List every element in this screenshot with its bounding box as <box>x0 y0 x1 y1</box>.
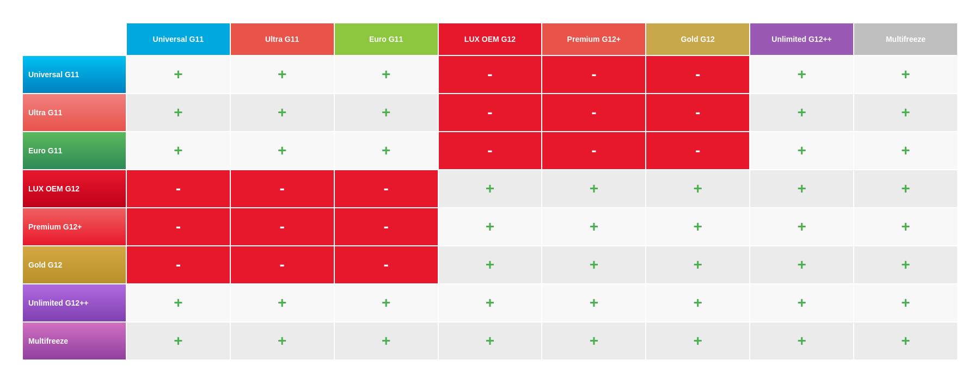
cell-r6-c2: + <box>334 284 438 322</box>
cell-r6-c4: + <box>542 284 646 322</box>
cell-r5-c3: + <box>438 246 542 284</box>
cell-r7-c1: + <box>230 322 334 360</box>
page-wrapper: Universal G11Ultra G11Euro G11LUX OEM G1… <box>0 1 980 371</box>
cell-r2-c3: - <box>438 132 542 170</box>
cell-r6-c5: + <box>646 284 750 322</box>
cell-r3-c5: + <box>646 170 750 208</box>
table-row: Universal G11+++---++ <box>22 55 958 94</box>
cell-r2-c1: + <box>230 132 334 170</box>
col-header-ultra_g11: Ultra G11 <box>230 23 334 55</box>
row-header-row-premium-g12plus: Premium G12+ <box>22 208 126 246</box>
cell-r1-c0: + <box>126 94 230 132</box>
cell-r1-c6: + <box>750 94 854 132</box>
corner-cell <box>22 23 126 55</box>
cell-r1-c3: - <box>438 94 542 132</box>
cell-r5-c5: + <box>646 246 750 284</box>
cell-r3-c3: + <box>438 170 542 208</box>
col-header-lux_oem_g12: LUX OEM G12 <box>438 23 542 55</box>
cell-r0-c7: + <box>854 55 958 94</box>
cell-r6-c7: + <box>854 284 958 322</box>
cell-r5-c6: + <box>750 246 854 284</box>
cell-r5-c1: - <box>230 246 334 284</box>
cell-r7-c6: + <box>750 322 854 360</box>
cell-r6-c1: + <box>230 284 334 322</box>
cell-r5-c4: + <box>542 246 646 284</box>
cell-r7-c2: + <box>334 322 438 360</box>
col-header-premium_g12plus: Premium G12+ <box>542 23 646 55</box>
cell-r0-c1: + <box>230 55 334 94</box>
cell-r3-c6: + <box>750 170 854 208</box>
row-header-row-gold-g12: Gold G12 <box>22 246 126 284</box>
table-row: Multifreeze++++++++ <box>22 322 958 360</box>
cell-r1-c2: + <box>334 94 438 132</box>
row-header-row-unlimited-g12pp: Unlimited G12++ <box>22 284 126 322</box>
cell-r4-c5: + <box>646 208 750 246</box>
table-row: Ultra G11+++---++ <box>22 94 958 132</box>
cell-r2-c0: + <box>126 132 230 170</box>
cell-r4-c0: - <box>126 208 230 246</box>
cell-r5-c7: + <box>854 246 958 284</box>
cell-r7-c4: + <box>542 322 646 360</box>
cell-r1-c5: - <box>646 94 750 132</box>
cell-r4-c4: + <box>542 208 646 246</box>
cell-r4-c3: + <box>438 208 542 246</box>
row-header-row-universal-g11: Universal G11 <box>22 55 126 94</box>
cell-r1-c7: + <box>854 94 958 132</box>
cell-r7-c0: + <box>126 322 230 360</box>
cell-r5-c0: - <box>126 246 230 284</box>
cell-r6-c6: + <box>750 284 854 322</box>
cell-r3-c2: - <box>334 170 438 208</box>
cell-r2-c7: + <box>854 132 958 170</box>
cell-r1-c1: + <box>230 94 334 132</box>
row-header-row-ultra-g11: Ultra G11 <box>22 94 126 132</box>
row-header-row-euro-g11: Euro G11 <box>22 132 126 170</box>
cell-r3-c7: + <box>854 170 958 208</box>
col-header-multifreeze: Multifreeze <box>854 23 958 55</box>
cell-r5-c2: - <box>334 246 438 284</box>
cell-r4-c1: - <box>230 208 334 246</box>
col-header-gold_g12: Gold G12 <box>646 23 750 55</box>
cell-r1-c4: - <box>542 94 646 132</box>
cell-r0-c0: + <box>126 55 230 94</box>
cell-r7-c5: + <box>646 322 750 360</box>
cell-r4-c6: + <box>750 208 854 246</box>
cell-r2-c2: + <box>334 132 438 170</box>
table-row: Unlimited G12++++++++++ <box>22 284 958 322</box>
table-row: Gold G12---+++++ <box>22 246 958 284</box>
table-row: LUX OEM G12---+++++ <box>22 170 958 208</box>
cell-r0-c5: - <box>646 55 750 94</box>
col-header-unlimited_g12pp: Unlimited G12++ <box>750 23 854 55</box>
cell-r6-c3: + <box>438 284 542 322</box>
cell-r7-c7: + <box>854 322 958 360</box>
cell-r0-c3: - <box>438 55 542 94</box>
cell-r3-c1: - <box>230 170 334 208</box>
cell-r6-c0: + <box>126 284 230 322</box>
col-header-universal_g11: Universal G11 <box>126 23 230 55</box>
cell-r4-c7: + <box>854 208 958 246</box>
col-header-euro_g11: Euro G11 <box>334 23 438 55</box>
compatibility-table: Universal G11Ultra G11Euro G11LUX OEM G1… <box>22 22 958 361</box>
cell-r2-c5: - <box>646 132 750 170</box>
row-header-row-multifreeze: Multifreeze <box>22 322 126 360</box>
table-row: Euro G11+++---++ <box>22 132 958 170</box>
cell-r0-c4: - <box>542 55 646 94</box>
cell-r3-c4: + <box>542 170 646 208</box>
cell-r4-c2: - <box>334 208 438 246</box>
cell-r2-c4: - <box>542 132 646 170</box>
cell-r0-c6: + <box>750 55 854 94</box>
cell-r7-c3: + <box>438 322 542 360</box>
row-header-row-lux-oem-g12: LUX OEM G12 <box>22 170 126 208</box>
table-row: Premium G12+---+++++ <box>22 208 958 246</box>
cell-r3-c0: - <box>126 170 230 208</box>
cell-r2-c6: + <box>750 132 854 170</box>
cell-r0-c2: + <box>334 55 438 94</box>
